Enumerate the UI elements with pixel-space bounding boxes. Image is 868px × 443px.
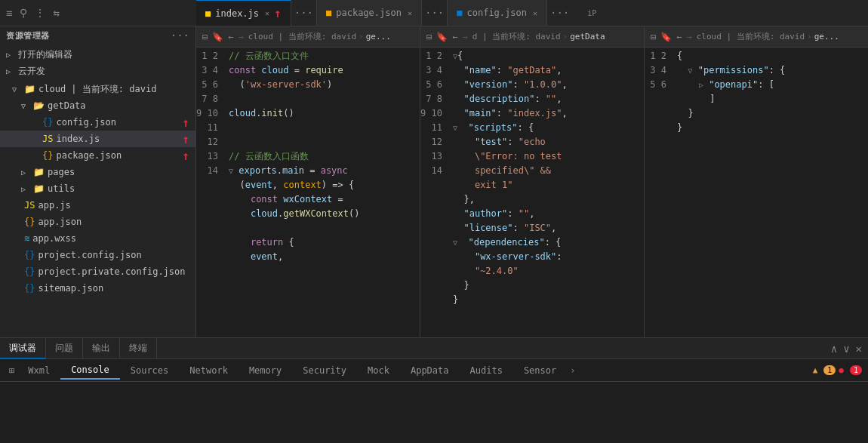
devtool-mock[interactable]: Mock [357, 362, 400, 379]
bottom-tab-problems[interactable]: 问题 [46, 338, 83, 358]
sidebar-item-pages[interactable]: ▷ 📁 pages [0, 164, 195, 180]
sidebar-item-config-json[interactable]: {} config.json ↑ [0, 114, 195, 131]
devtool-sources[interactable]: Sources [120, 362, 180, 379]
main-content: 资源管理器 ··· ▷ 打开的编辑器 ▷ 云开发 ▽ 📁 cloud | 当前环… [0, 26, 868, 337]
sidebar-item-project-config[interactable]: {} project.config.json [0, 247, 195, 263]
sidebar-item-cloud-root[interactable]: ▽ 📁 cloud | 当前环境: david [0, 81, 195, 97]
search-icon[interactable]: ⚲ [20, 7, 27, 19]
tab-close-button-2[interactable]: ✕ [408, 9, 412, 17]
back-icon-2[interactable]: ← [452, 32, 457, 42]
code-area-3[interactable]: { ▽ "permissions": { ▷ "openapi": [ ] } … [671, 48, 868, 337]
devtool-network[interactable]: Network [179, 362, 239, 379]
code-area-2[interactable]: ▽{ "name": "getData", "version": "1.0.0"… [447, 48, 644, 337]
folder-icon-cloud: 📁 [24, 84, 35, 94]
sidebar-item-getData[interactable]: ▽ 📂 getData [0, 97, 195, 114]
devtool-audits[interactable]: Audits [460, 362, 513, 379]
bottom-tab-output[interactable]: 输出 [83, 338, 120, 358]
pages-label: pages [48, 167, 189, 177]
sidebar-item-package-json[interactable]: {} package.json ↑ [0, 147, 195, 164]
split-icon-3[interactable]: ⊟ [651, 32, 656, 42]
line-numbers-1: 1 2 3 4 5 6 7 8 9 10 11 12 13 14 [196, 48, 223, 337]
error-badge-1: 1 [850, 365, 862, 375]
tab-close-button[interactable]: ✕ [265, 9, 269, 17]
sidebar-item-index-js[interactable]: JS index.js ↑ [0, 131, 195, 147]
back-icon-1[interactable]: ← [228, 32, 233, 42]
warning-badge-1: 1 [823, 365, 836, 375]
json-icon-app: {} [24, 217, 35, 227]
sidebar-item-app-js[interactable]: JS app.js [0, 197, 195, 214]
breadcrumb-text-2: d | 当前环境: david [472, 31, 561, 42]
error-icon: ● [836, 365, 847, 375]
chevron-getData: ▽ [21, 102, 30, 110]
sidebar-item-app-json[interactable]: {} app.json [0, 214, 195, 230]
tab-package-json[interactable]: ■ package.json ✕ [317, 0, 422, 26]
app-wxss-label: app.wxss [32, 233, 189, 244]
editor-toolbar-1: ⊟ 🔖 ← → cloud | 当前环境: david › ge... [196, 26, 420, 48]
devtool-wxml[interactable]: Wxml [17, 362, 60, 379]
devtool-console[interactable]: Console [60, 361, 120, 380]
forward-icon-2[interactable]: → [462, 32, 467, 42]
sidebar-item-utils[interactable]: ▷ 📁 utils [0, 180, 195, 197]
devtool-more-icon[interactable]: › [567, 365, 578, 376]
tab-config-json[interactable]: ■ config.json ✕ [448, 0, 547, 26]
bottom-chevron-down[interactable]: ∨ [843, 343, 849, 355]
code-area-1[interactable]: // 云函数入口文件 const cloud = require ('wx-se… [223, 48, 420, 337]
bookmark-icon-1[interactable]: 🔖 [212, 32, 223, 42]
json-file-icon: ■ [326, 8, 331, 18]
sidebar-cloud-dev-header[interactable]: ▷ 云开发 [0, 63, 195, 79]
split-icon-1[interactable]: ⊟ [202, 32, 208, 42]
js-file-icon: ■ [205, 8, 211, 19]
sidebar-resource-menu[interactable]: ··· [171, 29, 189, 42]
sidebar-resource-manager-header: 资源管理器 ··· [0, 26, 195, 45]
line-numbers-3: 1 2 3 4 5 6 [645, 48, 671, 337]
bookmark-icon-2[interactable]: 🔖 [436, 32, 448, 42]
toolbar-right: iP [572, 9, 602, 17]
devtool-sensor[interactable]: Sensor [513, 362, 567, 379]
bottom-chevron-up[interactable]: ∧ [831, 343, 837, 355]
bottom-tab-terminal[interactable]: 终端 [120, 338, 157, 358]
sidebar-item-project-private-config[interactable]: {} project.private.config.json [0, 263, 195, 280]
tab-close-button-3[interactable]: ✕ [533, 9, 537, 17]
back-icon-3[interactable]: ← [676, 32, 682, 42]
sidebar-open-editors-header[interactable]: ▷ 打开的编辑器 [0, 46, 195, 63]
editor-panel-3: ⊟ 🔖 ← → cloud | 当前环境: david › ge... 1 2 … [645, 26, 868, 337]
bookmark-icon-3[interactable]: 🔖 [660, 32, 672, 42]
editors-area: ⊟ 🔖 ← → cloud | 当前环境: david › ge... 1 2 … [196, 26, 868, 337]
bottom-tab-debugger[interactable]: 调试器 [0, 338, 46, 358]
bottom-panel: 调试器 问题 输出 终端 ∧ ∨ ✕ ⊞ Wxml Console Source… [0, 337, 868, 443]
bottom-close[interactable]: ✕ [856, 343, 862, 355]
breadcrumb-3: cloud | 当前环境: david › ge... [697, 31, 839, 42]
project-private-config-label: project.private.config.json [38, 266, 189, 277]
git-icon[interactable]: ⋮ [35, 7, 45, 19]
transfer-icon[interactable]: ⇆ [53, 7, 59, 19]
forward-icon-1[interactable]: → [238, 32, 243, 42]
tab-filename-2: package.json [336, 8, 402, 18]
devtools-tabs-bar: ⊞ Wxml Console Sources Network Memory Se… [0, 359, 868, 382]
sidebar-item-sitemap[interactable]: {} sitemap.json [0, 280, 195, 297]
split-icon-2[interactable]: ⊟ [426, 32, 432, 42]
folder-icon-getData: 📂 [33, 100, 45, 111]
devtool-memory[interactable]: Memory [239, 362, 292, 379]
folder-icon-pages: 📁 [33, 167, 45, 177]
tab-menu-2[interactable]: ··· [422, 7, 447, 19]
cloud-dev-label: 云开发 [18, 65, 189, 78]
breadcrumb-sep-2: › [563, 32, 568, 42]
chevron-cloud-root: ▽ [12, 85, 21, 94]
toolbar-left: ≡ ⚲ ⋮ ⇆ [0, 7, 196, 19]
bottom-tab-controls: ∧ ∨ ✕ [831, 338, 868, 358]
chevron-cloud-dev: ▷ [6, 67, 15, 75]
chevron-open-editors: ▷ [6, 51, 15, 59]
wxss-icon-app: ≋ [24, 233, 29, 244]
sidebar-item-app-wxss[interactable]: ≋ app.wxss [0, 230, 195, 247]
tab-menu-1[interactable]: ··· [291, 7, 316, 19]
json-blue-file-icon: ■ [457, 8, 462, 18]
devtool-security[interactable]: Security [292, 362, 357, 379]
forward-icon-3[interactable]: → [686, 32, 691, 42]
devtools-arrow-icon[interactable]: ⊞ [6, 365, 17, 376]
json-blue-icon-config: {} [42, 117, 53, 128]
tab-menu-3[interactable]: ··· [547, 7, 572, 19]
menu-icon[interactable]: ≡ [6, 7, 12, 19]
tab-index-js[interactable]: ■ index.js ✕ ↑ [196, 0, 291, 26]
json-blue-icon-project-private: {} [24, 266, 35, 277]
devtool-appdata[interactable]: AppData [400, 362, 460, 379]
